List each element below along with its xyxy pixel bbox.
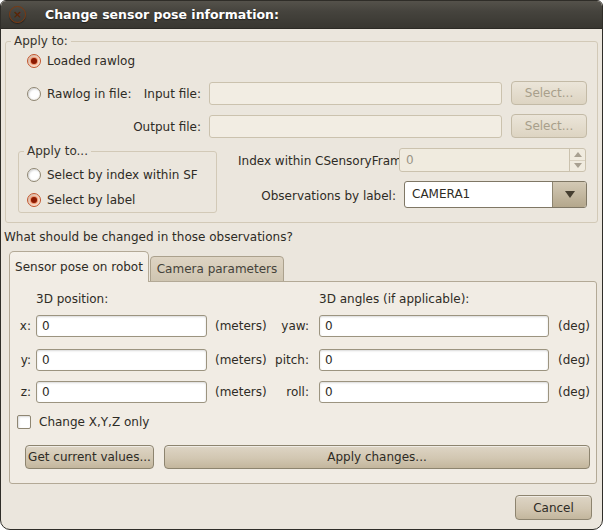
chevron-down-icon (565, 191, 575, 198)
angles-header: 3D angles (if applicable): (319, 292, 469, 306)
roll-field[interactable] (319, 381, 549, 403)
dialog-window: × Change sensor pose information: Apply … (0, 0, 603, 530)
apply-to-legend: Apply to: (11, 34, 71, 48)
close-icon: × (13, 9, 22, 20)
index-spinner[interactable]: 0 (399, 148, 586, 172)
input-file-label: Input file: (121, 87, 201, 101)
radio-select-by-label[interactable] (27, 193, 41, 207)
index-spinner-value: 0 (406, 153, 414, 167)
select-input-file-label: Select... (525, 86, 573, 100)
radio-select-by-label-label[interactable]: Select by label (47, 193, 135, 207)
radio-rawlog-in-file[interactable] (27, 87, 41, 101)
change-xyz-checkbox[interactable] (17, 415, 31, 429)
close-button[interactable]: × (9, 6, 26, 23)
get-current-values-button[interactable]: Get current values... (25, 445, 154, 469)
cancel-label: Cancel (533, 501, 574, 515)
radio-select-by-index-label[interactable]: Select by index within SF (47, 168, 198, 182)
radio-loaded-rawlog-label[interactable]: Loaded rawlog (47, 54, 135, 68)
get-current-values-label: Get current values... (28, 450, 151, 464)
x-label: x: (11, 319, 31, 333)
cancel-button[interactable]: Cancel (515, 495, 592, 520)
y-field[interactable] (36, 349, 207, 371)
change-xyz-label[interactable]: Change X,Y,Z only (39, 415, 149, 429)
observations-by-label-label: Observations by label: (246, 189, 396, 203)
select-output-file-label: Select... (525, 119, 573, 133)
yaw-field[interactable] (319, 315, 549, 337)
yaw-label: yaw: (259, 319, 309, 333)
pitch-field[interactable] (319, 349, 549, 371)
spinner-down-icon[interactable] (570, 161, 585, 172)
radio-rawlog-in-file-label[interactable]: Rawlog in file: (47, 87, 131, 101)
position-header: 3D position: (36, 292, 108, 306)
pitch-label: pitch: (259, 353, 309, 367)
question-label: What should be changed in those observat… (4, 230, 293, 244)
radio-select-by-index[interactable] (27, 168, 41, 182)
spinner-up-icon[interactable] (570, 149, 585, 161)
titlebar[interactable]: × Change sensor pose information: (1, 1, 602, 29)
apply-changes-button[interactable]: Apply changes... (164, 445, 590, 469)
tab-camera-parameters[interactable]: Camera parameters (150, 256, 284, 282)
roll-unit: (deg) (558, 385, 590, 399)
select-input-file-button[interactable]: Select... (511, 81, 587, 105)
window-title: Change sensor pose information: (45, 7, 279, 22)
yaw-unit: (deg) (558, 319, 590, 333)
input-file-field[interactable] (209, 82, 502, 105)
z-label: z: (11, 385, 31, 399)
tab-sensor-pose-label: Sensor pose on robot (15, 260, 143, 274)
z-field[interactable] (36, 381, 207, 403)
output-file-label: Output file: (121, 120, 201, 134)
y-label: y: (11, 353, 31, 367)
tab-camera-parameters-label: Camera parameters (157, 262, 278, 276)
apply-to-inner-legend: Apply to... (24, 144, 91, 158)
apply-changes-label: Apply changes... (327, 450, 427, 464)
roll-label: roll: (259, 385, 309, 399)
select-output-file-button[interactable]: Select... (511, 114, 587, 138)
radio-loaded-rawlog[interactable] (27, 54, 41, 68)
index-within-sf-label: Index within CSensoryFrame (238, 154, 409, 168)
observations-combobox[interactable]: CAMERA1 (404, 181, 587, 208)
tab-sensor-pose[interactable]: Sensor pose on robot (9, 251, 149, 282)
x-field[interactable] (36, 315, 207, 337)
pitch-unit: (deg) (558, 353, 590, 367)
observations-combobox-value: CAMERA1 (412, 187, 470, 201)
output-file-field[interactable] (209, 115, 502, 138)
combobox-dropdown-button[interactable] (552, 182, 586, 207)
